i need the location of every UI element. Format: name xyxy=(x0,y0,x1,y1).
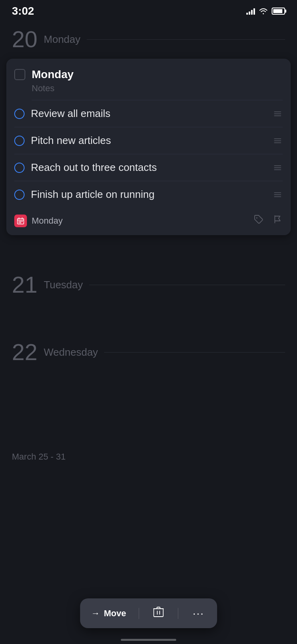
day-22-header: 22 Wednesday xyxy=(0,333,297,368)
card-title: Monday xyxy=(32,68,74,81)
day-21-name: Tuesday xyxy=(44,279,83,291)
svg-rect-1 xyxy=(19,221,20,222)
svg-rect-5 xyxy=(20,222,21,223)
spacer-2 xyxy=(0,301,297,333)
task-circle-3[interactable] xyxy=(14,163,25,173)
day-21-number: 21 xyxy=(12,273,38,296)
task-text-2: Pitch new articles xyxy=(31,134,266,147)
svg-rect-3 xyxy=(22,221,23,222)
move-button[interactable]: → Move xyxy=(91,608,126,619)
battery-icon xyxy=(272,8,285,15)
task-item[interactable]: Pitch new articles xyxy=(14,127,283,154)
svg-rect-7 xyxy=(154,609,163,617)
move-arrow-icon: → xyxy=(91,608,100,619)
task-text-4: Finish up article on running xyxy=(31,188,266,201)
task-item[interactable]: Finish up article on running xyxy=(14,181,283,208)
footer-day-label: Monday xyxy=(32,216,63,226)
spacer xyxy=(0,242,297,265)
tag-icon[interactable] xyxy=(253,214,264,227)
day-22-name: Wednesday xyxy=(44,346,98,358)
signal-icon xyxy=(246,8,255,15)
move-label: Move xyxy=(104,608,126,619)
monday-card: Monday Notes Review all emails Pitch new… xyxy=(6,59,291,235)
card-header: Monday xyxy=(14,68,283,81)
status-time: 3:02 xyxy=(12,5,34,17)
day-22-number: 22 xyxy=(12,341,38,364)
delete-button[interactable] xyxy=(152,605,165,622)
task-text-3: Reach out to three contacts xyxy=(31,161,266,174)
day-20-number: 20 xyxy=(12,28,38,51)
day-20-header: 20 Monday xyxy=(0,20,297,56)
svg-rect-2 xyxy=(20,221,21,222)
status-icons xyxy=(246,8,285,15)
day-21-header: 21 Tuesday xyxy=(0,265,297,301)
day-20-name: Monday xyxy=(44,33,81,46)
task-item[interactable]: Review all emails xyxy=(14,100,283,127)
card-checkbox[interactable] xyxy=(14,69,25,80)
task-circle-1[interactable] xyxy=(14,109,25,119)
task-circle-4[interactable] xyxy=(14,190,25,200)
wifi-icon xyxy=(259,8,268,14)
toolbar-separator-1 xyxy=(139,608,139,619)
status-bar: 3:02 xyxy=(0,0,297,20)
task-circle-2[interactable] xyxy=(14,136,25,146)
flag-icon[interactable] xyxy=(272,214,283,227)
svg-point-6 xyxy=(256,217,257,218)
svg-rect-4 xyxy=(19,222,20,223)
drag-handle-3[interactable] xyxy=(272,164,283,172)
home-indicator xyxy=(121,639,176,641)
day-22-line xyxy=(104,352,285,353)
spacer-3 xyxy=(0,368,297,448)
drag-handle-4[interactable] xyxy=(272,191,283,199)
card-footer: Monday xyxy=(14,213,283,227)
drag-handle-1[interactable] xyxy=(272,110,283,118)
day-21-line xyxy=(89,285,285,285)
card-footer-left: Monday xyxy=(14,215,63,227)
toolbar-separator-2 xyxy=(178,608,178,619)
calendar-badge-icon xyxy=(14,215,27,227)
more-dots-icon: ··· xyxy=(192,607,204,619)
task-text-1: Review all emails xyxy=(31,107,266,120)
day-header-line xyxy=(87,39,285,40)
more-button[interactable]: ··· xyxy=(191,606,206,621)
date-range-label: March 25 - 31 xyxy=(0,448,297,494)
bottom-toolbar: → Move ··· xyxy=(80,598,217,628)
footer-action-icons xyxy=(253,214,283,227)
card-subtitle: Notes xyxy=(32,83,283,94)
drag-handle-2[interactable] xyxy=(272,137,283,145)
task-item[interactable]: Reach out to three contacts xyxy=(14,154,283,181)
